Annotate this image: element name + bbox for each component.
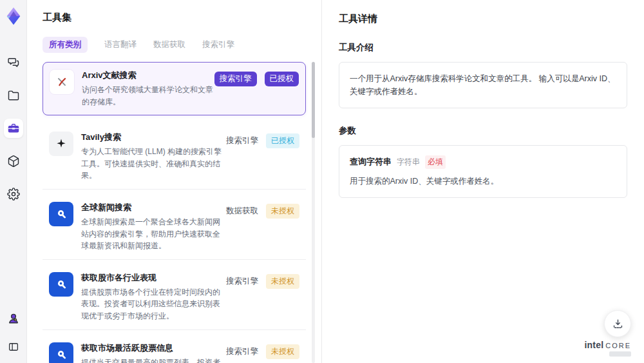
tool-name: 获取股市各行业表现 <box>81 272 226 284</box>
user-avatar[interactable] <box>4 309 23 328</box>
status-badge: 未授权 <box>266 344 299 359</box>
arxiv-logo-icon <box>50 70 74 94</box>
tool-list-panel: 工具集 所有类别 语言翻译 数据获取 搜索引擎 Arxiv文献搜索 访问各个研究… <box>27 0 321 363</box>
category-label: 搜索引擎 <box>226 135 258 146</box>
logo-subtext-bar <box>609 351 631 357</box>
scrollbar-thumb[interactable] <box>312 62 315 138</box>
news-search-icon <box>49 202 73 226</box>
category-label: 搜索引擎 <box>226 276 258 287</box>
cube-icon <box>7 155 20 168</box>
intel-wordmark: intel <box>584 340 603 350</box>
chat-icon <box>7 56 20 69</box>
stock-search-icon <box>49 342 73 363</box>
tab-language-translation[interactable]: 语言翻译 <box>104 39 137 50</box>
collapse-sidebar-button[interactable] <box>4 337 23 357</box>
category-badge: 搜索引擎 <box>214 72 257 86</box>
intel-core-logo: intel CORE <box>584 340 631 357</box>
category-label: 数据获取 <box>226 206 258 217</box>
category-tabs: 所有类别 语言翻译 数据获取 搜索引擎 <box>43 37 321 53</box>
sidebar <box>0 0 27 363</box>
tool-name: Tavily搜索 <box>81 132 226 143</box>
detail-title: 工具详情 <box>339 13 627 25</box>
category-label: 搜索引擎 <box>226 346 258 357</box>
sidebar-item-files[interactable] <box>4 86 23 105</box>
param-type: 字符串 <box>397 156 420 168</box>
tab-search-engine[interactable]: 搜索引擎 <box>202 39 234 50</box>
app-logo-icon <box>4 6 23 26</box>
sidebar-item-tools[interactable] <box>4 119 23 138</box>
tool-list: Arxiv文献搜索 访问各个研究领域大量科学论文和文章的存储库。 搜索引擎 已授… <box>43 62 321 363</box>
param-box: 查询字符串 字符串 必填 用于搜索的Arxiv ID、关键字或作者姓名。 <box>339 145 627 198</box>
gear-icon <box>7 188 20 201</box>
sidebar-item-chat[interactable] <box>4 53 23 72</box>
tool-name: Arxiv文献搜索 <box>82 70 214 81</box>
core-wordmark: CORE <box>605 342 631 349</box>
tab-data-fetch[interactable]: 数据获取 <box>153 39 185 50</box>
tool-card-sector-performance[interactable]: 获取股市各行业表现 提供股票市场各个行业在特定时间段内的表现。投资者可以利用这些… <box>43 265 306 330</box>
status-badge: 已授权 <box>266 133 299 148</box>
page-title: 工具集 <box>43 12 321 24</box>
tab-all-categories[interactable]: 所有类别 <box>43 37 88 53</box>
intro-heading: 工具介绍 <box>339 42 627 54</box>
tool-description: 访问各个研究领域大量科学论文和文章的存储库。 <box>82 84 214 108</box>
tool-description: 提供股票市场各个行业在特定时间段内的表现。投资者可以利用这些信息来识别表现优于或… <box>81 286 226 322</box>
tool-name: 全球新闻搜索 <box>81 202 226 213</box>
param-name: 查询字符串 <box>350 155 392 169</box>
tool-card-tavily[interactable]: Tavily搜索 专为人工智能代理 (LLM) 构建的搜索引擎工具。可快速提供实… <box>43 124 306 190</box>
sidebar-nav <box>4 53 23 204</box>
sidebar-item-settings[interactable] <box>4 184 23 204</box>
status-badge: 未授权 <box>266 204 299 219</box>
param-required-badge: 必填 <box>425 155 446 169</box>
stock-search-icon <box>49 272 73 297</box>
param-description: 用于搜索的Arxiv ID、关键字或作者姓名。 <box>350 175 616 188</box>
download-button[interactable] <box>604 310 631 337</box>
list-scrollbar[interactable] <box>312 62 315 363</box>
tool-detail-panel: 工具详情 工具介绍 一个用于从Arxiv存储库搜索科学论文和文章的工具。 输入可… <box>321 0 644 363</box>
download-icon <box>612 318 624 330</box>
tool-card-global-news[interactable]: 全球新闻搜索 全球新闻搜索是一个聚合全球各大新闻网站内容的搜索引擎，帮助用户快速… <box>43 195 306 260</box>
tool-intro-box: 一个用于从Arxiv存储库搜索科学论文和文章的工具。 输入可以是Arxiv ID… <box>339 62 627 108</box>
folder-icon <box>7 89 20 102</box>
tool-description: 提供当天交易量最高的股票列表，投资者可以利用这些信息来识别流动性强的股票和潜在的… <box>81 357 226 363</box>
status-badge: 已授权 <box>265 72 299 86</box>
tool-card-arxiv[interactable]: Arxiv文献搜索 访问各个研究领域大量科学论文和文章的存储库。 搜索引擎 已授… <box>43 62 306 115</box>
status-badge: 未授权 <box>266 274 299 289</box>
toolbox-icon <box>7 122 20 135</box>
tool-name: 获取市场最活跃股票信息 <box>81 342 226 354</box>
tool-card-most-active-stocks[interactable]: 获取市场最活跃股票信息 提供当天交易量最高的股票列表，投资者可以利用这些信息来识… <box>43 335 306 363</box>
sidebar-item-models[interactable] <box>4 152 23 171</box>
params-heading: 参数 <box>339 125 627 137</box>
panel-toggle-icon <box>8 341 19 353</box>
avatar-icon <box>7 312 20 325</box>
tool-description: 专为人工智能代理 (LLM) 构建的搜索引擎工具。可快速提供实时、准确和真实的结… <box>81 146 226 182</box>
tool-description: 全球新闻搜索是一个聚合全球各大新闻网站内容的搜索引擎，帮助用户快速获取全球最新资… <box>81 216 226 252</box>
tavily-star-icon <box>49 132 73 156</box>
